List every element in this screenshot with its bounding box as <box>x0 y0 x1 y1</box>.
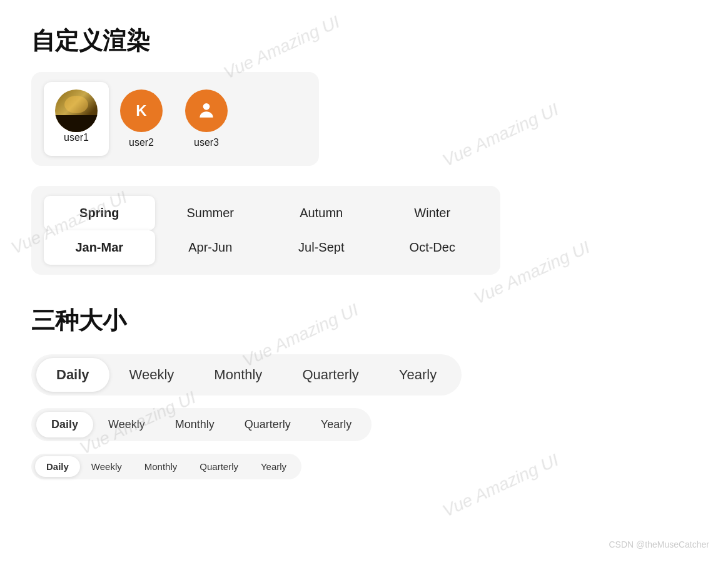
small-monthly[interactable]: Monthly <box>133 456 189 477</box>
medium-weekly[interactable]: Weekly <box>93 412 160 437</box>
season-spring-label: Spring <box>79 206 119 220</box>
attribution: CSDN @theMuseCatcher <box>609 539 710 549</box>
user-radio-user1[interactable]: user1 <box>44 82 109 156</box>
small-daily[interactable]: Daily <box>35 456 80 477</box>
radio-group-small: Daily Weekly Monthly Quarterly Yearly <box>31 454 301 479</box>
small-quarterly[interactable]: Quarterly <box>188 456 250 477</box>
season-summer-label: Summer <box>186 206 234 220</box>
user-radio-user2[interactable]: K user2 <box>109 82 174 156</box>
watermark-2: Vue Amazing UI <box>440 100 562 171</box>
person-icon <box>196 101 216 121</box>
user2-label: user2 <box>129 137 154 148</box>
large-daily[interactable]: Daily <box>36 358 109 392</box>
user2-avatar: K <box>120 89 163 132</box>
large-monthly[interactable]: Monthly <box>194 358 282 392</box>
season-winter[interactable]: Winter <box>377 196 488 230</box>
svg-point-0 <box>203 103 210 110</box>
season-oct-dec-label: Oct-Dec <box>410 240 455 255</box>
small-yearly[interactable]: Yearly <box>250 456 298 477</box>
radio-group-large: Daily Weekly Monthly Quarterly Yearly <box>31 354 462 396</box>
medium-yearly[interactable]: Yearly <box>306 412 367 437</box>
user2-initial: K <box>136 102 146 120</box>
medium-monthly[interactable]: Monthly <box>160 412 230 437</box>
season-oct-dec[interactable]: Oct-Dec <box>377 230 488 265</box>
season-jul-sept-label: Jul-Sept <box>298 240 344 255</box>
user-radio-group: user1 K user2 user3 <box>31 72 319 166</box>
user3-label: user3 <box>194 137 219 148</box>
section1-title: 自定义渲染 <box>31 25 697 57</box>
season-apr-jun-label: Apr-Jun <box>188 240 232 255</box>
medium-quarterly[interactable]: Quarterly <box>230 412 306 437</box>
season-jan-mar-label: Jan-Mar <box>75 240 123 255</box>
user-radio-user3[interactable]: user3 <box>174 82 239 156</box>
small-weekly[interactable]: Weekly <box>80 456 133 477</box>
radio-group-medium: Daily Weekly Monthly Quarterly Yearly <box>31 408 372 441</box>
medium-daily[interactable]: Daily <box>36 412 93 437</box>
section2-title: 三种大小 <box>31 305 697 337</box>
season-apr-jun[interactable]: Apr-Jun <box>155 230 266 265</box>
season-summer[interactable]: Summer <box>155 196 266 230</box>
season-autumn-label: Autumn <box>300 206 343 220</box>
season-winter-label: Winter <box>414 206 450 220</box>
large-quarterly[interactable]: Quarterly <box>282 358 378 392</box>
user3-avatar <box>185 89 228 132</box>
season-autumn[interactable]: Autumn <box>266 196 377 230</box>
season-jan-mar[interactable]: Jan-Mar <box>44 230 155 265</box>
user1-label: user1 <box>64 132 89 143</box>
season-spring[interactable]: Spring <box>44 196 155 230</box>
large-weekly[interactable]: Weekly <box>109 358 195 392</box>
large-yearly[interactable]: Yearly <box>379 358 457 392</box>
season-jul-sept[interactable]: Jul-Sept <box>266 230 377 265</box>
watermark-7: Vue Amazing UI <box>440 450 562 521</box>
user1-avatar <box>55 89 98 132</box>
season-radio-group: Spring Summer Autumn Winter Jan-Mar Apr-… <box>31 186 500 275</box>
